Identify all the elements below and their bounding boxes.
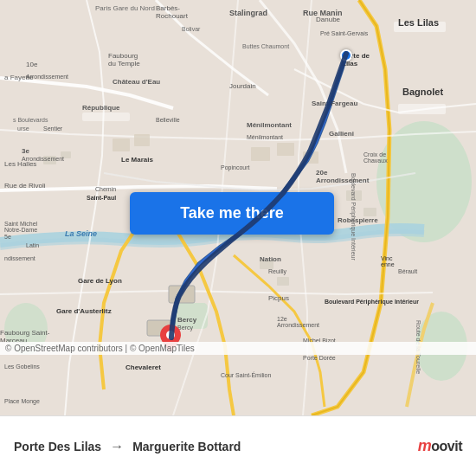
svg-rect-9 bbox=[113, 138, 130, 151]
svg-rect-21 bbox=[398, 104, 446, 114]
map-container: Stalingrad Barbès-Rochouart Danube Pré S… bbox=[0, 0, 476, 415]
svg-rect-12 bbox=[277, 143, 294, 156]
take-me-there-button[interactable]: Take me there bbox=[130, 192, 334, 235]
svg-rect-15 bbox=[61, 151, 71, 158]
svg-rect-10 bbox=[134, 134, 150, 146]
svg-rect-19 bbox=[277, 277, 289, 286]
bottom-bar: Porte Des Lilas → Marguerite Bottard moo… bbox=[0, 415, 476, 476]
svg-rect-17 bbox=[363, 208, 376, 216]
svg-rect-20 bbox=[394, 22, 446, 32]
svg-point-23 bbox=[166, 331, 175, 339]
origin-label: Porte Des Lilas bbox=[14, 440, 101, 453]
origin-blue-dot bbox=[340, 49, 352, 61]
svg-rect-18 bbox=[260, 260, 273, 269]
svg-rect-22 bbox=[82, 113, 130, 121]
svg-rect-14 bbox=[43, 156, 56, 164]
navigation-arrow-icon: → bbox=[110, 439, 124, 454]
destination-label: Marguerite Bottard bbox=[132, 440, 241, 453]
svg-rect-16 bbox=[346, 190, 362, 201]
moovit-logo: moovit bbox=[418, 437, 462, 455]
copyright-bar: © OpenStreetMap contributors | © OpenMap… bbox=[0, 342, 476, 355]
svg-rect-11 bbox=[251, 147, 270, 161]
copyright-text: © OpenStreetMap contributors | © OpenMap… bbox=[5, 344, 195, 353]
moovit-brand-text: moovit bbox=[418, 437, 462, 455]
